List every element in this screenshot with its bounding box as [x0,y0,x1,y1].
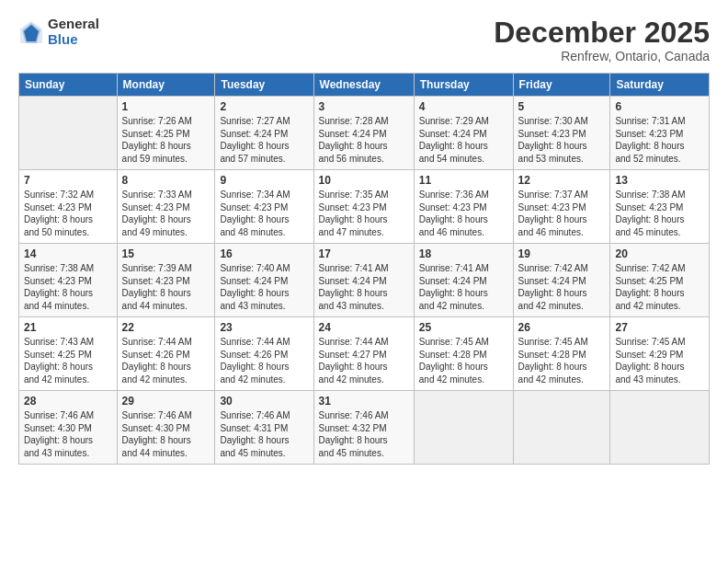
day-number: 17 [319,247,409,260]
col-thursday: Thursday [414,74,513,97]
calendar-cell: 1Sunrise: 7:26 AMSunset: 4:25 PMDaylight… [117,97,215,170]
calendar-cell: 29Sunrise: 7:46 AMSunset: 4:30 PMDayligh… [117,391,215,465]
col-wednesday: Wednesday [313,74,414,97]
calendar-cell: 11Sunrise: 7:36 AMSunset: 4:23 PMDayligh… [414,170,513,244]
logo-general-text: General [48,17,99,32]
day-info: Sunrise: 7:30 AMSunset: 4:23 PMDaylight:… [518,115,606,165]
day-number: 11 [419,174,508,187]
day-info: Sunrise: 7:43 AMSunset: 4:25 PMDaylight:… [24,336,112,385]
logo-text: General Blue [48,17,99,47]
day-number: 6 [615,100,704,113]
col-monday: Monday [117,74,215,97]
calendar-cell: 31Sunrise: 7:46 AMSunset: 4:32 PMDayligh… [313,391,414,465]
calendar-cell [19,97,118,170]
calendar-cell: 9Sunrise: 7:34 AMSunset: 4:23 PMDaylight… [215,170,313,244]
day-info: Sunrise: 7:46 AMSunset: 4:30 PMDaylight:… [122,409,210,459]
col-tuesday: Tuesday [215,74,313,97]
day-number: 16 [220,247,308,260]
logo-blue-text: Blue [48,32,99,48]
day-number: 4 [419,100,508,113]
day-info: Sunrise: 7:38 AMSunset: 4:23 PMDaylight:… [24,262,112,312]
calendar-cell: 17Sunrise: 7:41 AMSunset: 4:24 PMDayligh… [313,244,414,317]
header: General Blue December 2025 Renfrew, Onta… [18,17,710,63]
day-info: Sunrise: 7:34 AMSunset: 4:23 PMDaylight:… [220,189,308,238]
day-info: Sunrise: 7:31 AMSunset: 4:23 PMDaylight:… [615,115,704,165]
day-info: Sunrise: 7:29 AMSunset: 4:24 PMDaylight:… [419,115,508,165]
calendar-cell: 21Sunrise: 7:43 AMSunset: 4:25 PMDayligh… [19,317,118,391]
day-info: Sunrise: 7:45 AMSunset: 4:28 PMDaylight:… [518,336,606,385]
calendar-cell: 12Sunrise: 7:37 AMSunset: 4:23 PMDayligh… [513,170,610,244]
day-number: 29 [122,395,210,408]
title-section: December 2025 Renfrew, Ontario, Canada [494,17,710,63]
day-info: Sunrise: 7:42 AMSunset: 4:25 PMDaylight:… [615,262,704,312]
calendar-cell: 19Sunrise: 7:42 AMSunset: 4:24 PMDayligh… [513,244,610,317]
calendar-cell: 28Sunrise: 7:46 AMSunset: 4:30 PMDayligh… [19,391,118,465]
day-info: Sunrise: 7:46 AMSunset: 4:31 PMDaylight:… [220,409,308,459]
location-subtitle: Renfrew, Ontario, Canada [494,49,710,63]
day-number: 12 [518,174,606,187]
calendar-cell [414,391,513,465]
day-info: Sunrise: 7:33 AMSunset: 4:23 PMDaylight:… [122,189,210,238]
calendar-cell: 6Sunrise: 7:31 AMSunset: 4:23 PMDaylight… [610,97,710,170]
day-info: Sunrise: 7:28 AMSunset: 4:24 PMDaylight:… [319,115,409,165]
day-number: 5 [518,100,606,113]
calendar-cell: 3Sunrise: 7:28 AMSunset: 4:24 PMDaylight… [313,97,414,170]
calendar-cell: 13Sunrise: 7:38 AMSunset: 4:23 PMDayligh… [610,170,710,244]
day-number: 24 [319,321,409,334]
day-number: 15 [122,247,210,260]
day-info: Sunrise: 7:44 AMSunset: 4:27 PMDaylight:… [319,336,409,385]
header-row: Sunday Monday Tuesday Wednesday Thursday… [19,74,710,97]
calendar-week-3: 14Sunrise: 7:38 AMSunset: 4:23 PMDayligh… [19,244,710,317]
calendar-cell: 10Sunrise: 7:35 AMSunset: 4:23 PMDayligh… [313,170,414,244]
col-sunday: Sunday [19,74,118,97]
day-number: 25 [419,321,508,334]
day-info: Sunrise: 7:44 AMSunset: 4:26 PMDaylight:… [220,336,308,385]
day-number: 10 [319,174,409,187]
day-info: Sunrise: 7:41 AMSunset: 4:24 PMDaylight:… [419,262,508,312]
day-number: 19 [518,247,606,260]
calendar-table: Sunday Monday Tuesday Wednesday Thursday… [18,73,710,465]
day-number: 26 [518,321,606,334]
day-info: Sunrise: 7:41 AMSunset: 4:24 PMDaylight:… [319,262,409,312]
day-info: Sunrise: 7:38 AMSunset: 4:23 PMDaylight:… [615,189,704,238]
calendar-cell: 8Sunrise: 7:33 AMSunset: 4:23 PMDaylight… [117,170,215,244]
calendar-cell: 16Sunrise: 7:40 AMSunset: 4:24 PMDayligh… [215,244,313,317]
day-number: 27 [615,321,704,334]
calendar-week-5: 28Sunrise: 7:46 AMSunset: 4:30 PMDayligh… [19,391,710,465]
calendar-cell: 14Sunrise: 7:38 AMSunset: 4:23 PMDayligh… [19,244,118,317]
day-number: 7 [24,174,112,187]
calendar-cell: 25Sunrise: 7:45 AMSunset: 4:28 PMDayligh… [414,317,513,391]
day-info: Sunrise: 7:40 AMSunset: 4:24 PMDaylight:… [220,262,308,312]
day-info: Sunrise: 7:44 AMSunset: 4:26 PMDaylight:… [122,336,210,385]
day-number: 23 [220,321,308,334]
day-number: 13 [615,174,704,187]
day-info: Sunrise: 7:36 AMSunset: 4:23 PMDaylight:… [419,189,508,238]
page-container: General Blue December 2025 Renfrew, Onta… [0,0,728,474]
day-info: Sunrise: 7:27 AMSunset: 4:24 PMDaylight:… [220,115,308,165]
day-number: 18 [419,247,508,260]
calendar-cell: 2Sunrise: 7:27 AMSunset: 4:24 PMDaylight… [215,97,313,170]
calendar-cell: 20Sunrise: 7:42 AMSunset: 4:25 PMDayligh… [610,244,710,317]
calendar-cell: 23Sunrise: 7:44 AMSunset: 4:26 PMDayligh… [215,317,313,391]
calendar-cell: 18Sunrise: 7:41 AMSunset: 4:24 PMDayligh… [414,244,513,317]
logo-icon [18,19,44,45]
day-number: 14 [24,247,112,260]
month-title: December 2025 [494,17,710,49]
calendar-cell: 24Sunrise: 7:44 AMSunset: 4:27 PMDayligh… [313,317,414,391]
col-saturday: Saturday [610,74,710,97]
col-friday: Friday [513,74,610,97]
day-number: 31 [319,395,409,408]
day-number: 9 [220,174,308,187]
day-number: 8 [122,174,210,187]
calendar-cell [513,391,610,465]
day-number: 28 [24,395,112,408]
day-info: Sunrise: 7:32 AMSunset: 4:23 PMDaylight:… [24,189,112,238]
day-number: 20 [615,247,704,260]
calendar-week-4: 21Sunrise: 7:43 AMSunset: 4:25 PMDayligh… [19,317,710,391]
day-info: Sunrise: 7:42 AMSunset: 4:24 PMDaylight:… [518,262,606,312]
calendar-cell: 27Sunrise: 7:45 AMSunset: 4:29 PMDayligh… [610,317,710,391]
day-number: 21 [24,321,112,334]
day-info: Sunrise: 7:37 AMSunset: 4:23 PMDaylight:… [518,189,606,238]
calendar-cell: 4Sunrise: 7:29 AMSunset: 4:24 PMDaylight… [414,97,513,170]
day-number: 22 [122,321,210,334]
